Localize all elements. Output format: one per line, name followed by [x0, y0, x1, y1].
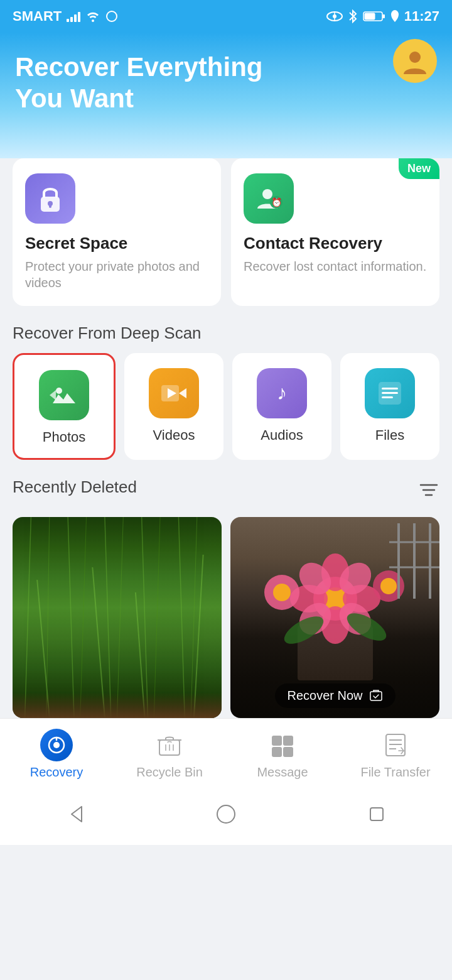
nav-file-transfer[interactable]: File Transfer: [339, 729, 452, 780]
svg-point-79: [217, 805, 235, 823]
svg-line-32: [117, 517, 124, 718]
recovery-nav-label: Recovery: [30, 765, 83, 780]
back-button[interactable]: [60, 798, 91, 830]
svg-rect-80: [370, 808, 383, 820]
svg-marker-17: [179, 388, 186, 398]
avatar-icon: [401, 46, 429, 75]
audios-label: Audios: [261, 427, 303, 444]
scan-item-photos[interactable]: Photos: [13, 353, 116, 460]
svg-point-0: [107, 11, 117, 21]
contact-recovery-desc: Recover lost contact information.: [244, 258, 427, 275]
file-transfer-nav-icon: [379, 729, 412, 761]
svg-marker-78: [72, 807, 82, 822]
svg-rect-62: [370, 692, 382, 700]
signal-bars-icon: [67, 11, 80, 22]
svg-point-52: [273, 584, 291, 601]
svg-text:♪: ♪: [277, 381, 287, 404]
recycle-bin-nav-icon: [153, 729, 186, 761]
svg-line-34: [154, 517, 160, 718]
svg-rect-21: [382, 388, 398, 389]
status-left: SMART: [13, 8, 118, 24]
svg-point-14: [56, 388, 62, 394]
filter-icon[interactable]: [418, 479, 439, 505]
scan-grid: Photos Videos ♪ Audios: [13, 353, 439, 460]
bottom-nav: Recovery Recycle Bin M: [0, 718, 452, 787]
contact-icon: ⏰: [244, 173, 294, 224]
avatar-button[interactable]: [393, 39, 437, 83]
photo-thumb-flowers[interactable]: Recover Now: [230, 517, 439, 718]
svg-marker-15: [50, 390, 56, 400]
circle-icon: [105, 10, 118, 23]
svg-line-30: [80, 517, 87, 718]
scan-item-audios[interactable]: ♪ Audios: [232, 353, 331, 460]
battery-icon: [363, 11, 385, 22]
recents-button[interactable]: [361, 798, 392, 830]
svg-line-29: [68, 517, 74, 718]
photos-icon: [39, 370, 89, 420]
svg-line-27: [25, 517, 31, 718]
wifi-icon: [85, 11, 100, 22]
recovery-nav-icon: [40, 729, 73, 761]
lock-icon: [25, 173, 75, 224]
videos-label: Videos: [153, 427, 195, 444]
recover-icon: [369, 689, 383, 703]
recover-overlay[interactable]: Recover Now: [274, 683, 395, 708]
new-badge: New: [399, 158, 439, 179]
recently-deleted-label: Recently Deleted: [13, 477, 137, 497]
scan-item-videos[interactable]: Videos: [124, 353, 223, 460]
svg-text:⏰: ⏰: [271, 197, 282, 208]
leaf-icon: [390, 9, 399, 23]
nav-recovery[interactable]: Recovery: [0, 729, 113, 780]
svg-rect-73: [283, 747, 293, 757]
status-right: 11:27: [326, 8, 439, 24]
secret-space-desc: Protect your private photos and videos: [25, 258, 208, 291]
videos-icon: [149, 368, 199, 418]
header: Recover Everything You Want: [0, 33, 452, 158]
secret-space-title: Secret Space: [25, 234, 208, 253]
bluetooth-icon: [348, 9, 358, 23]
top-cards: Secret Space Protect your private photos…: [13, 158, 439, 306]
message-nav-label: Message: [257, 765, 308, 780]
photo-grid: Recover Now: [13, 517, 439, 718]
carrier-text: SMART: [13, 8, 62, 24]
svg-rect-23: [382, 396, 393, 398]
file-transfer-nav-label: File Transfer: [360, 765, 430, 780]
audios-icon: ♪: [257, 368, 307, 418]
svg-line-35: [178, 517, 185, 718]
contact-recovery-card[interactable]: New ⏰ Contact Recovery Recover lost cont…: [231, 158, 439, 306]
recover-now-text: Recover Now: [287, 689, 362, 703]
contact-recovery-title: Contact Recovery: [244, 234, 427, 253]
status-bar: SMART 11:27: [0, 0, 452, 33]
svg-rect-6: [364, 13, 375, 20]
svg-point-7: [409, 52, 421, 63]
svg-rect-70: [272, 736, 282, 746]
svg-rect-71: [283, 736, 293, 746]
secret-space-card[interactable]: Secret Space Protect your private photos…: [13, 158, 221, 306]
recycle-bin-nav-label: Recycle Bin: [136, 765, 203, 780]
nav-message[interactable]: Message: [226, 729, 339, 780]
main-content: Secret Space Protect your private photos…: [0, 146, 452, 718]
message-nav-icon: [266, 729, 299, 761]
svg-rect-22: [382, 392, 398, 394]
svg-rect-5: [382, 14, 385, 18]
photo-thumb-grass[interactable]: [13, 517, 222, 718]
header-title: Recover Everything You Want: [15, 52, 329, 115]
svg-point-64: [53, 742, 60, 748]
recently-deleted-header: Recently Deleted: [13, 477, 439, 507]
deep-scan-label: Recover From Deep Scan: [13, 324, 439, 343]
svg-line-31: [105, 517, 111, 718]
android-nav-bar: [0, 787, 452, 845]
files-label: Files: [375, 427, 404, 444]
eye-icon: [326, 11, 343, 22]
home-button[interactable]: [210, 798, 242, 830]
photos-label: Photos: [43, 429, 86, 445]
time-text: 11:27: [404, 8, 439, 24]
svg-rect-72: [272, 747, 282, 757]
nav-recycle-bin[interactable]: Recycle Bin: [113, 729, 226, 780]
scan-item-files[interactable]: Files: [340, 353, 439, 460]
svg-rect-10: [49, 204, 51, 208]
files-icon: [365, 368, 415, 418]
